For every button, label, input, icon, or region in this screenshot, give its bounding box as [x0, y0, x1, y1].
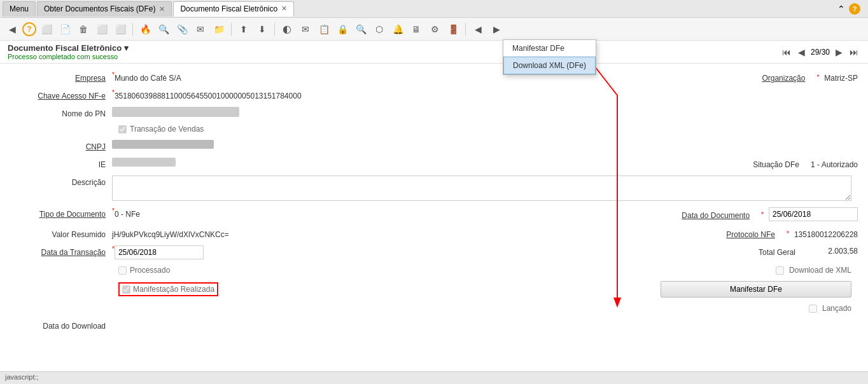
toolbar-door[interactable]: 🚪: [445, 21, 461, 38]
pagination-prev[interactable]: ◀: [795, 46, 808, 58]
page-title-dropdown-arrow[interactable]: ▾: [124, 43, 129, 53]
protocolo-label: Protocolo NFe: [726, 228, 781, 239]
valor-resumido-value: jH/9ukPVkcq9LiyW/dXlVxCNKCc=: [112, 228, 229, 239]
tipo-doc-value: 0 - NFe: [115, 207, 140, 219]
valor-resumido-row: Valor Resumido jH/9ukPVkcq9LiyW/dXlVxCNK…: [10, 228, 858, 239]
toolbar-sep2: [231, 23, 232, 36]
processado-checkbox[interactable]: [118, 266, 127, 275]
transacao-checkbox[interactable]: [118, 125, 127, 134]
cnpj-row: CNPJ: [10, 140, 858, 151]
toolbar-delete[interactable]: 🗑: [75, 21, 92, 38]
toolbar-next-rec[interactable]: ▶: [488, 21, 505, 38]
org-required: *: [816, 74, 819, 81]
data-doc-input[interactable]: [769, 207, 858, 221]
valor-resumido-label: Valor Resumido: [10, 228, 112, 239]
protocolo-value: 135180012206228: [794, 228, 858, 239]
toolbar-mail[interactable]: ✉: [192, 21, 209, 38]
toolbar-blank2[interactable]: ⬜: [112, 21, 129, 38]
toolbar-bell[interactable]: 🔔: [389, 21, 406, 38]
toolbar-blank1[interactable]: ⬜: [94, 21, 110, 38]
toolbar-envelope[interactable]: ✉: [297, 21, 314, 38]
dropdown-item-manifestar[interactable]: Manifestar DFe: [503, 40, 596, 57]
dropdown-popup: Manifestar DFe Download XML (DFe): [503, 39, 596, 75]
descricao-label: Descrição: [10, 175, 112, 187]
toolbar-sep3: [274, 23, 275, 36]
chave-label: Chave Acesso NF-e: [10, 89, 112, 100]
organizacao-value: Matriz-SP: [824, 71, 858, 83]
status-text: javascript:;: [5, 373, 39, 381]
descricao-input[interactable]: [112, 175, 851, 201]
data-download-label: Data do Download: [10, 319, 112, 331]
toolbar: ◀ ? ⬜ 📄 🗑 ⬜ ⬜ 🔥 🔍 📎 ✉ 📁 ⬆ ⬇ ◐ ✉ 📋 🔒 🔍 ⬡ …: [0, 18, 868, 41]
tab-menu-label: Menu: [10, 4, 29, 13]
toolbar-search[interactable]: 🔍: [155, 21, 172, 38]
tab-documento-label: Documento Fiscal Eletrônico: [180, 4, 277, 13]
status-bar: javascript:;: [0, 371, 868, 384]
manifestacao-border: Manifestação Realizada: [118, 282, 218, 296]
toolbar-network[interactable]: ⬡: [371, 21, 388, 38]
tab-documento[interactable]: Documento Fiscal Eletrônico ✕: [173, 1, 294, 17]
tab-menu[interactable]: Menu: [3, 1, 36, 17]
nav-help[interactable]: ?: [849, 3, 860, 15]
pagination-next[interactable]: ▶: [832, 46, 845, 58]
toolbar-pie[interactable]: ◐: [279, 21, 295, 38]
download-xml-checkbox[interactable]: [776, 266, 784, 275]
toolbar-doc[interactable]: 📄: [57, 21, 73, 38]
protocolo-required: *: [787, 230, 789, 237]
download-xml-label: Download de XML: [789, 266, 851, 275]
ie-row: IE Situação DFe 1 - Autorizado: [10, 158, 858, 169]
total-geral-value: 2.003,58: [807, 247, 858, 256]
toolbar-gear[interactable]: ⚙: [426, 21, 443, 38]
total-geral-label: Total Geral: [759, 245, 802, 257]
cnpj-value: [112, 140, 214, 149]
tipo-doc-label: Tipo de Documento: [10, 207, 112, 219]
toolbar-monitor[interactable]: 🖥: [408, 21, 424, 38]
toolbar-clipboard[interactable]: 📋: [316, 21, 332, 38]
transacao-row: Transação de Vendas: [118, 125, 858, 134]
toolbar-down[interactable]: ⬇: [254, 21, 270, 38]
manifestacao-row: Manifestação Realizada: [118, 282, 218, 296]
pagination: ⏮ ◀ 29/30 ▶ ⏭: [780, 46, 860, 58]
empresa-value: Mundo do Café S/A: [115, 71, 181, 83]
toolbar-back[interactable]: ◀: [4, 21, 20, 38]
data-transacao-input[interactable]: [115, 245, 204, 259]
toolbar-folder[interactable]: 📁: [211, 21, 227, 38]
toolbar-sep1: [132, 23, 133, 36]
empresa-label: Empresa: [10, 71, 112, 83]
lancado-checkbox[interactable]: [809, 305, 817, 313]
tab-nav-right: ⌃ ?: [837, 3, 865, 15]
tab-obter[interactable]: Obter Documentos Fiscais (DFe) ✕: [37, 1, 172, 17]
toolbar-help-icon[interactable]: ?: [22, 22, 36, 36]
tab-bar: Menu Obter Documentos Fiscais (DFe) ✕ Do…: [0, 0, 868, 18]
processado-wrap: Processado: [118, 266, 170, 275]
toolbar-prev-rec[interactable]: ◀: [470, 21, 486, 38]
descricao-row: Descrição: [10, 175, 858, 201]
pagination-last[interactable]: ⏭: [848, 46, 860, 58]
data-transacao-label: Data da Transação: [10, 245, 112, 257]
situacao-label: Situação DFe: [753, 158, 806, 169]
toolbar-search-plus[interactable]: 🔍: [353, 21, 369, 38]
organizacao-label: Organização: [762, 71, 811, 83]
chave-row: Chave Acesso NF-e * 35180603988811000564…: [10, 89, 858, 100]
toolbar-up[interactable]: ⬆: [235, 21, 252, 38]
manifestar-dfe-button[interactable]: Manifestar DFe: [661, 281, 851, 298]
toolbar-copy[interactable]: ⬜: [38, 21, 55, 38]
toolbar-attach[interactable]: 📎: [174, 21, 190, 38]
manifestacao-checkbox[interactable]: [122, 285, 130, 294]
page-title: Documento Fiscal Eletrônico: [8, 43, 122, 53]
empresa-row: Empresa * Mundo do Café S/A Organização …: [10, 71, 858, 83]
dropdown-item-download-xml[interactable]: Download XML (DFe): [503, 57, 596, 74]
ie-value: [112, 158, 176, 167]
tab-obter-label: Obter Documentos Fiscais (DFe): [44, 4, 155, 13]
toolbar-lock[interactable]: 🔒: [334, 21, 351, 38]
tipo-doc-row: Tipo de Documento * 0 - NFe Data do Docu…: [10, 207, 858, 221]
page-header: Documento Fiscal Eletrônico ▾ Processo c…: [0, 41, 868, 64]
tab-documento-close[interactable]: ✕: [281, 4, 287, 13]
nav-chevron-up[interactable]: ⌃: [837, 4, 845, 14]
situacao-value: 1 - Autorizado: [811, 158, 858, 169]
cnpj-label: CNPJ: [10, 140, 112, 151]
pagination-first[interactable]: ⏮: [780, 46, 793, 58]
chave-value: 3518060398881100056455001000000501315178…: [115, 89, 302, 100]
toolbar-fire[interactable]: 🔥: [137, 21, 153, 38]
tab-obter-close[interactable]: ✕: [159, 5, 165, 13]
